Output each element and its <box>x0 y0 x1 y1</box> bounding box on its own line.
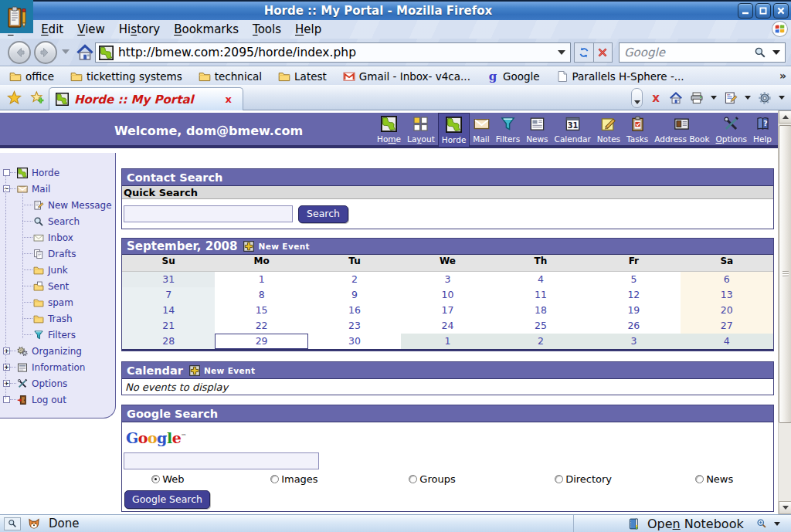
bookmark-office[interactable]: office <box>9 70 54 83</box>
toolbar-home-icon[interactable] <box>669 91 683 105</box>
radio-icon[interactable] <box>409 475 417 483</box>
calendar-day-cell[interactable]: 10 <box>401 287 494 303</box>
tab-close-icon[interactable]: x <box>226 93 232 105</box>
menu-help[interactable]: Help <box>288 21 328 38</box>
stop-button[interactable] <box>594 43 613 62</box>
calendar-day-cell[interactable]: 23 <box>308 318 401 334</box>
notebook-icon[interactable] <box>627 517 640 530</box>
calendar-day-cell[interactable]: 13 <box>681 287 773 303</box>
calendar-day-cell[interactable]: 4 <box>681 334 773 349</box>
calendar-day-cell[interactable]: 29 <box>215 334 307 349</box>
sidebar-item-options[interactable]: Options + <box>0 375 116 391</box>
sidebar-item-log-out[interactable]: Log out <box>0 391 116 408</box>
bookmark-parallels[interactable]: Parallels H-Sphere -... <box>556 70 684 83</box>
calendar-day-cell[interactable]: 22 <box>215 318 307 334</box>
search-engine-dropdown-icon[interactable] <box>772 50 780 55</box>
app-mail[interactable]: Mail <box>470 113 492 147</box>
scrollbar-thumb[interactable] <box>779 125 791 423</box>
sidebar-item-spam[interactable]: spam <box>0 294 116 310</box>
edit-dropdown-icon[interactable] <box>745 96 751 100</box>
print-dropdown-icon[interactable] <box>711 96 717 100</box>
maximize-button[interactable] <box>755 3 771 19</box>
calendar-day-cell[interactable]: 8 <box>215 287 307 303</box>
sidebar-item-sent[interactable]: Sent <box>0 278 116 294</box>
google-search-input[interactable] <box>124 452 319 469</box>
tree-expand-icon[interactable]: + <box>3 364 10 371</box>
fox-extension-icon[interactable] <box>27 517 41 530</box>
radio-news[interactable]: News <box>643 473 773 485</box>
calendar-day-cell[interactable]: 27 <box>681 318 773 334</box>
bookmark-latest[interactable]: Latest <box>278 70 327 83</box>
new-event-icon[interactable] <box>189 365 200 376</box>
calendar-day-cell[interactable]: 20 <box>681 303 773 318</box>
tree-leaf-box[interactable] <box>3 396 10 403</box>
bookmark-ticketting-systems[interactable]: ticketting systems <box>70 70 182 83</box>
calendar-day-cell[interactable]: 2 <box>494 334 587 349</box>
sidebar-item-trash[interactable]: Trash <box>0 310 116 327</box>
bookmark-technical[interactable]: technical <box>199 70 262 83</box>
calendar-day-cell[interactable]: 17 <box>401 303 494 318</box>
url-text[interactable]: http://bmew.com:2095/horde/index.php <box>118 46 356 59</box>
calendar-day-cell[interactable]: 24 <box>401 318 494 334</box>
calendar-day-cell[interactable]: 19 <box>587 303 680 318</box>
calendar-day-cell[interactable]: 1 <box>401 334 494 349</box>
calendar-day-cell[interactable]: 14 <box>122 303 215 318</box>
sidebar-item-organizing[interactable]: Organizing + <box>0 343 116 359</box>
calendar-day-cell[interactable]: 3 <box>401 272 494 287</box>
sidebar-item-drafts[interactable]: Drafts <box>0 246 116 262</box>
close-tab-button[interactable]: x <box>650 91 662 105</box>
search-bar[interactable]: Google <box>619 42 786 63</box>
bookmark-gmail[interactable]: Gmail - Inbox- v4ca... <box>343 70 470 83</box>
app-layout[interactable]: Layout <box>404 113 438 147</box>
sidebar-item-search[interactable]: Search <box>0 213 116 229</box>
calendar-day-cell[interactable]: 2 <box>308 272 401 287</box>
calendar-day-cell[interactable]: 12 <box>587 287 680 303</box>
app-home[interactable]: Home <box>374 113 404 147</box>
sidebar-item-horde[interactable]: Horde <box>0 164 116 181</box>
calendar-day-cell[interactable]: 21 <box>122 318 215 334</box>
contact-search-button[interactable]: Search <box>298 205 348 223</box>
bookmark-google[interactable]: Google <box>487 70 540 83</box>
sidebar-item-junk[interactable]: Junk <box>0 262 116 278</box>
calendar-day-cell[interactable]: 3 <box>587 334 680 349</box>
all-tabs-dropdown-button[interactable] <box>631 88 643 108</box>
radio-web[interactable]: Web <box>122 473 253 485</box>
app-calendar[interactable]: Calendar <box>552 113 594 147</box>
calendar-day-cell[interactable]: 9 <box>308 287 401 303</box>
menu-tools[interactable]: Tools <box>246 21 288 38</box>
contact-search-input[interactable] <box>124 205 293 222</box>
app-tasks[interactable]: Tasks <box>623 113 651 147</box>
calendar-day-cell[interactable]: 25 <box>494 318 587 334</box>
vertical-scrollbar[interactable] <box>778 110 791 514</box>
back-button[interactable] <box>8 41 31 64</box>
menu-edit[interactable]: Edit <box>34 21 70 38</box>
app-horde[interactable]: Horde <box>438 113 470 147</box>
menu-view[interactable]: View <box>70 21 112 38</box>
quick-find-button[interactable] <box>4 517 21 530</box>
open-notebook-button[interactable]: Open Notebook <box>647 517 744 531</box>
close-button[interactable] <box>773 3 789 19</box>
app-notes[interactable]: Notes <box>594 113 623 147</box>
app-help[interactable]: Help <box>750 113 775 147</box>
calendar-day-cell[interactable]: 15 <box>215 303 307 318</box>
calendar-day-cell[interactable]: 6 <box>681 272 773 287</box>
scroll-up-button[interactable] <box>779 110 791 124</box>
tree-expand-icon[interactable]: + <box>3 347 10 354</box>
radio-groups[interactable]: Groups <box>382 473 513 485</box>
app-filters[interactable]: Filters <box>493 113 523 147</box>
calendar-day-cell[interactable]: 4 <box>494 272 587 287</box>
sidebar-item-information[interactable]: Information + <box>0 359 116 375</box>
calendar-day-cell[interactable]: 5 <box>587 272 680 287</box>
window-titlebar[interactable]: Horde :: My Portal - Mozilla Firefox <box>0 0 791 20</box>
radio-images[interactable]: Images <box>253 473 383 485</box>
tree-collapse-icon[interactable]: − <box>3 185 10 192</box>
calendar-day-cell[interactable]: 18 <box>494 303 587 318</box>
radio-icon[interactable] <box>555 475 563 483</box>
app-address-book[interactable]: Address Book <box>651 113 712 147</box>
status-dropdown-icon[interactable] <box>774 522 780 526</box>
bookmarks-overflow-chevron[interactable]: » <box>779 69 786 82</box>
sidebar-item-new-message[interactable]: New Message <box>0 197 116 213</box>
calendar-day-cell[interactable]: 31 <box>122 272 215 287</box>
radio-icon[interactable] <box>151 475 160 483</box>
add-bookmark-star-icon[interactable] <box>30 90 45 105</box>
